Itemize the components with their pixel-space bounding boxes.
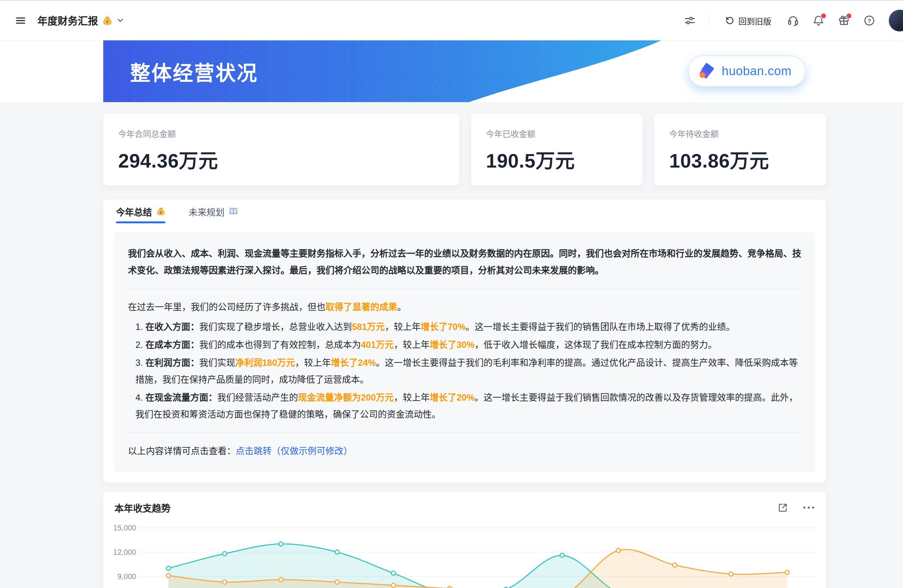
text-segment: 2.	[135, 340, 146, 350]
text-segment: ，较上年	[394, 392, 430, 402]
summary-list-item: 2. 在成本方面：我们的成本也得到了有效控制，总成本为401万元，较上年增长了3…	[135, 336, 801, 353]
summary-list-item: 4. 在现金流量方面：我们经营活动产生的现金流量净额为200万元，较上年增长了2…	[135, 389, 801, 423]
text-segment: ，低于收入增长幅度，这体现了我们在成本控制方面的努力。	[475, 340, 717, 350]
data-point-orange	[391, 583, 395, 587]
back-to-old-version-label: 回到旧版	[738, 14, 771, 27]
book-icon	[229, 207, 238, 216]
page-title: 年度财务汇报	[38, 13, 98, 28]
back-to-old-version-button[interactable]: 回到旧版	[723, 14, 774, 27]
menu-icon[interactable]	[15, 15, 26, 26]
text-segment: 取得了显著的成果	[326, 302, 397, 312]
divider	[709, 14, 709, 27]
text-segment: 4.	[135, 392, 146, 402]
stat-card-total-contract: 今年合同总金额 294.36万元	[103, 114, 459, 186]
trend-chart-card: 本年收支趋势	[103, 492, 826, 588]
stat-value: 190.5万元	[486, 145, 628, 173]
text-segment: 净利润180万元	[235, 358, 295, 368]
jump-link[interactable]: 点击跳转（仅做示例可修改）	[236, 446, 352, 456]
text-segment: 1.	[135, 322, 146, 332]
stat-value: 103.86万元	[669, 145, 811, 173]
banner: 整体经营状况 huoban.com	[0, 40, 903, 102]
huoban-logo-text: huoban.com	[722, 64, 791, 78]
notifications-icon[interactable]	[812, 14, 824, 27]
data-point-orange	[279, 577, 283, 582]
text-segment: 以上内容详情可点击查看：	[128, 446, 236, 456]
text-segment: 我们的成本也得到了有效控制，总成本为	[199, 340, 361, 350]
chart-title: 本年收支趋势	[115, 501, 171, 514]
y-tick-label: 12,000	[113, 548, 136, 556]
huoban-logo[interactable]: huoban.com	[688, 55, 806, 87]
data-point-orange	[167, 574, 171, 577]
data-point-orange	[617, 548, 621, 552]
summary-lead: 在过去一年里，我们的公司经历了许多挑战，但也取得了显著的成果。	[128, 299, 801, 315]
data-point-orange	[785, 571, 789, 575]
chart-actions	[778, 503, 815, 513]
avatar[interactable]	[889, 10, 903, 31]
moneybag-icon: ¥	[156, 207, 165, 216]
data-point-orange	[729, 572, 733, 576]
app: 年度财务汇报 ¥	[0, 0, 903, 588]
moneybag-icon: ¥	[102, 16, 112, 25]
data-point-teal	[167, 566, 171, 571]
data-point-orange	[223, 580, 227, 584]
summary-list-item: 1. 在收入方面：我们实现了稳步增长，总营业收入达到581万元，较上年增长了70…	[135, 318, 801, 335]
text-segment: 在利润方面：	[146, 358, 199, 368]
text-segment: 401万元	[361, 340, 394, 350]
topbar-left: 年度财务汇报 ¥	[15, 13, 124, 28]
summary-content: 我们会从收入、成本、利润、现金流量等主要财务指标入手，分析过去一年的业绩以及财务…	[114, 232, 815, 472]
text-segment: 我们经营活动产生的	[217, 392, 298, 402]
data-point-teal	[391, 571, 395, 575]
topbar-right: 回到旧版	[684, 10, 903, 31]
y-tick-label: 9,000	[118, 572, 136, 580]
data-point-teal	[560, 553, 564, 557]
topbar: 年度财务汇报 ¥	[0, 0, 903, 40]
gift-icon[interactable]	[838, 14, 850, 27]
more-options-icon[interactable]	[803, 505, 815, 510]
text-segment: 在过去一年里，我们的公司经历了许多挑战，但也	[128, 302, 326, 312]
chevron-down-icon	[117, 17, 124, 24]
summary-list-item: 3. 在利润方面：我们实现净利润180万元，较上年增长了24%。这一增长主要得益…	[135, 354, 801, 388]
stat-card-pending: 今年待收金额 103.86万元	[654, 114, 826, 186]
text-segment: 我们会从收入、成本、利润、现金流量等主要财务指标入手，分析过去一年的业绩以及财务…	[128, 248, 801, 275]
restore-icon	[725, 16, 735, 25]
data-point-teal	[279, 542, 283, 546]
tab-annual-summary[interactable]: 今年总结 ¥	[116, 200, 165, 223]
summary-intro: 我们会从收入、成本、利润、现金流量等主要财务指标入手，分析过去一年的业绩以及财务…	[128, 245, 801, 279]
svg-text:¥: ¥	[106, 19, 109, 24]
stats-row: 今年合同总金额 294.36万元 今年已收金额 190.5万元 今年待收金额 1…	[103, 114, 826, 186]
stat-label: 今年已收金额	[486, 127, 628, 139]
trend-chart-canvas: 15,00012,0009,000	[103, 516, 826, 588]
text-segment: ，较上年	[394, 340, 430, 350]
text-segment: 在现金流量方面：	[146, 392, 217, 402]
report-page: 整体经营状况 huoban.com 今年合同总金额	[0, 40, 903, 588]
text-segment: ，较上年	[385, 322, 421, 332]
text-segment: 在成本方面：	[146, 340, 199, 350]
data-point-teal	[335, 550, 339, 554]
text-segment: 增长了20%	[430, 392, 475, 402]
display-settings-icon[interactable]	[684, 15, 695, 26]
tabbar: 今年总结 ¥ 未来规划	[114, 200, 815, 223]
text-segment: 增长了70%	[421, 322, 466, 332]
data-point-orange	[335, 580, 339, 584]
y-tick-label: 15,000	[113, 524, 136, 532]
text-segment: 581万元	[352, 322, 385, 332]
support-icon[interactable]	[787, 14, 799, 27]
text-segment: 我们实现了稳步增长，总营业收入达到	[199, 322, 352, 332]
data-point-teal	[223, 552, 227, 556]
text-segment: 3.	[135, 358, 146, 368]
tab-future-plan[interactable]: 未来规划	[189, 200, 238, 223]
tab-label: 今年总结	[116, 205, 152, 218]
summary-card: 今年总结 ¥ 未来规划	[103, 200, 826, 483]
text-segment: 。	[397, 302, 406, 312]
stat-label: 今年合同总金额	[118, 127, 444, 139]
stat-label: 今年待收金额	[669, 127, 811, 139]
summary-footer: 以上内容详情可点击查看：点击跳转（仅做示例可修改）	[128, 442, 801, 459]
svg-text:¥: ¥	[160, 211, 162, 215]
help-icon[interactable]: ?	[863, 14, 875, 27]
report-title-dropdown[interactable]: 年度财务汇报 ¥	[38, 13, 124, 28]
stat-value: 294.36万元	[118, 145, 444, 173]
text-segment: 。这一增长主要得益于我们的销售团队在市场上取得了优秀的业绩。	[466, 322, 735, 332]
expand-chart-icon[interactable]	[778, 503, 788, 513]
notification-dot	[846, 13, 852, 19]
text-segment: 我们实现	[199, 358, 235, 368]
